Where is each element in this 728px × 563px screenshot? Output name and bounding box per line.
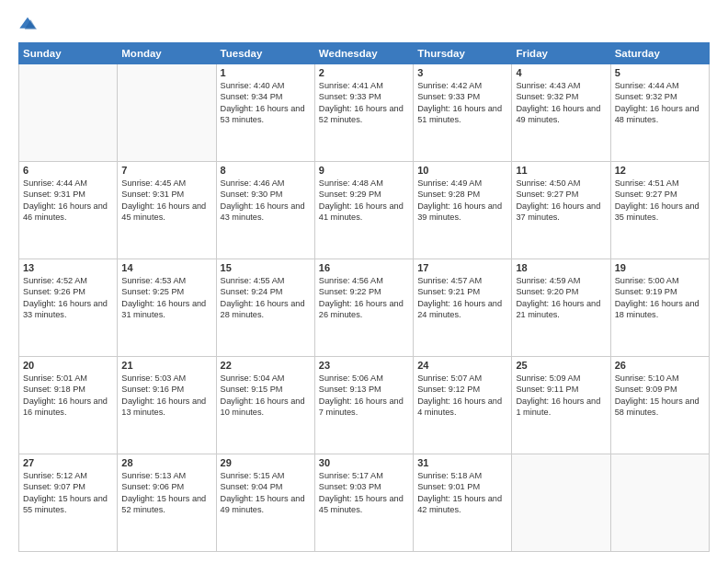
day-number: 24 — [417, 360, 507, 371]
cell-info: Sunrise: 5:00 AM Sunset: 9:19 PM Dayligh… — [615, 275, 705, 321]
day-number: 20 — [23, 360, 113, 371]
calendar-day-header: Thursday — [414, 43, 512, 64]
cell-info: Sunrise: 4:50 AM Sunset: 9:27 PM Dayligh… — [516, 178, 606, 224]
cell-info: Sunrise: 4:56 AM Sunset: 9:22 PM Dayligh… — [319, 275, 409, 321]
calendar-cell — [19, 64, 118, 162]
cell-info: Sunrise: 5:10 AM Sunset: 9:09 PM Dayligh… — [615, 373, 705, 419]
day-number: 19 — [615, 262, 705, 273]
calendar-cell: 8Sunrise: 4:46 AM Sunset: 9:30 PM Daylig… — [216, 162, 314, 259]
calendar-cell: 13Sunrise: 4:52 AM Sunset: 9:26 PM Dayli… — [19, 259, 118, 357]
calendar-day-header: Tuesday — [216, 43, 314, 64]
day-number: 1 — [221, 67, 311, 78]
cell-info: Sunrise: 4:59 AM Sunset: 9:20 PM Dayligh… — [516, 275, 606, 321]
day-number: 5 — [615, 67, 705, 78]
cell-info: Sunrise: 4:52 AM Sunset: 9:26 PM Dayligh… — [23, 275, 113, 321]
cell-info: Sunrise: 4:55 AM Sunset: 9:24 PM Dayligh… — [221, 275, 311, 321]
calendar-day-header: Friday — [512, 43, 610, 64]
calendar-week-row: 6Sunrise: 4:44 AM Sunset: 9:31 PM Daylig… — [19, 162, 710, 259]
calendar-cell: 11Sunrise: 4:50 AM Sunset: 9:27 PM Dayli… — [512, 162, 610, 259]
day-number: 27 — [23, 457, 113, 468]
calendar-day-header: Saturday — [610, 43, 709, 64]
cell-info: Sunrise: 5:12 AM Sunset: 9:07 PM Dayligh… — [23, 470, 113, 516]
calendar-table: SundayMondayTuesdayWednesdayThursdayFrid… — [18, 42, 710, 552]
cell-info: Sunrise: 4:44 AM Sunset: 9:31 PM Dayligh… — [23, 178, 113, 224]
calendar-cell: 20Sunrise: 5:01 AM Sunset: 9:18 PM Dayli… — [19, 357, 118, 454]
cell-info: Sunrise: 4:40 AM Sunset: 9:34 PM Dayligh… — [221, 80, 311, 126]
page: SundayMondayTuesdayWednesdayThursdayFrid… — [0, 0, 728, 563]
calendar-cell: 25Sunrise: 5:09 AM Sunset: 9:11 PM Dayli… — [512, 357, 610, 454]
calendar-cell: 31Sunrise: 5:18 AM Sunset: 9:01 PM Dayli… — [414, 454, 512, 552]
calendar-cell: 26Sunrise: 5:10 AM Sunset: 9:09 PM Dayli… — [610, 357, 709, 454]
calendar-cell: 18Sunrise: 4:59 AM Sunset: 9:20 PM Dayli… — [512, 259, 610, 357]
calendar-cell: 23Sunrise: 5:06 AM Sunset: 9:13 PM Dayli… — [314, 357, 413, 454]
day-number: 23 — [319, 360, 409, 371]
calendar-header-row: SundayMondayTuesdayWednesdayThursdayFrid… — [19, 43, 710, 64]
day-number: 15 — [221, 262, 311, 273]
calendar-cell — [610, 454, 709, 552]
cell-info: Sunrise: 4:43 AM Sunset: 9:32 PM Dayligh… — [516, 80, 606, 126]
day-number: 31 — [417, 457, 507, 468]
calendar-cell: 10Sunrise: 4:49 AM Sunset: 9:28 PM Dayli… — [414, 162, 512, 259]
cell-info: Sunrise: 4:48 AM Sunset: 9:29 PM Dayligh… — [319, 178, 409, 224]
calendar-cell: 17Sunrise: 4:57 AM Sunset: 9:21 PM Dayli… — [414, 259, 512, 357]
day-number: 9 — [319, 165, 409, 176]
calendar-cell: 22Sunrise: 5:04 AM Sunset: 9:15 PM Dayli… — [216, 357, 314, 454]
cell-info: Sunrise: 4:53 AM Sunset: 9:25 PM Dayligh… — [121, 275, 211, 321]
cell-info: Sunrise: 4:42 AM Sunset: 9:33 PM Dayligh… — [417, 80, 507, 126]
day-number: 10 — [417, 165, 507, 176]
calendar-week-row: 1Sunrise: 4:40 AM Sunset: 9:34 PM Daylig… — [19, 64, 710, 162]
day-number: 21 — [121, 360, 211, 371]
calendar-week-row: 13Sunrise: 4:52 AM Sunset: 9:26 PM Dayli… — [19, 259, 710, 357]
cell-info: Sunrise: 5:15 AM Sunset: 9:04 PM Dayligh… — [221, 470, 311, 516]
cell-info: Sunrise: 5:03 AM Sunset: 9:16 PM Dayligh… — [121, 373, 211, 419]
calendar-cell: 30Sunrise: 5:17 AM Sunset: 9:03 PM Dayli… — [314, 454, 413, 552]
cell-info: Sunrise: 5:04 AM Sunset: 9:15 PM Dayligh… — [221, 373, 311, 419]
cell-info: Sunrise: 4:45 AM Sunset: 9:31 PM Dayligh… — [121, 178, 211, 224]
calendar-week-row: 27Sunrise: 5:12 AM Sunset: 9:07 PM Dayli… — [19, 454, 710, 552]
cell-info: Sunrise: 4:44 AM Sunset: 9:32 PM Dayligh… — [615, 80, 705, 126]
calendar-cell: 28Sunrise: 5:13 AM Sunset: 9:06 PM Dayli… — [118, 454, 216, 552]
day-number: 28 — [121, 457, 211, 468]
calendar-cell: 9Sunrise: 4:48 AM Sunset: 9:29 PM Daylig… — [314, 162, 413, 259]
calendar-day-header: Wednesday — [314, 43, 413, 64]
day-number: 30 — [319, 457, 409, 468]
calendar-cell: 4Sunrise: 4:43 AM Sunset: 9:32 PM Daylig… — [512, 64, 610, 162]
calendar-week-row: 20Sunrise: 5:01 AM Sunset: 9:18 PM Dayli… — [19, 357, 710, 454]
calendar-cell: 1Sunrise: 4:40 AM Sunset: 9:34 PM Daylig… — [216, 64, 314, 162]
calendar-day-header: Sunday — [19, 43, 118, 64]
cell-info: Sunrise: 5:01 AM Sunset: 9:18 PM Dayligh… — [23, 373, 113, 419]
calendar-cell: 14Sunrise: 4:53 AM Sunset: 9:25 PM Dayli… — [118, 259, 216, 357]
day-number: 14 — [121, 262, 211, 273]
logo — [18, 15, 40, 33]
day-number: 29 — [221, 457, 311, 468]
calendar-cell: 3Sunrise: 4:42 AM Sunset: 9:33 PM Daylig… — [414, 64, 512, 162]
calendar-cell: 5Sunrise: 4:44 AM Sunset: 9:32 PM Daylig… — [610, 64, 709, 162]
day-number: 17 — [417, 262, 507, 273]
calendar-cell: 16Sunrise: 4:56 AM Sunset: 9:22 PM Dayli… — [314, 259, 413, 357]
logo-icon — [18, 15, 37, 33]
cell-info: Sunrise: 4:57 AM Sunset: 9:21 PM Dayligh… — [417, 275, 507, 321]
cell-info: Sunrise: 4:49 AM Sunset: 9:28 PM Dayligh… — [417, 178, 507, 224]
calendar-cell — [512, 454, 610, 552]
cell-info: Sunrise: 4:51 AM Sunset: 9:27 PM Dayligh… — [615, 178, 705, 224]
cell-info: Sunrise: 5:17 AM Sunset: 9:03 PM Dayligh… — [319, 470, 409, 516]
day-number: 12 — [615, 165, 705, 176]
day-number: 3 — [417, 67, 507, 78]
day-number: 18 — [516, 262, 606, 273]
cell-info: Sunrise: 4:41 AM Sunset: 9:33 PM Dayligh… — [319, 80, 409, 126]
cell-info: Sunrise: 4:46 AM Sunset: 9:30 PM Dayligh… — [221, 178, 311, 224]
calendar-day-header: Monday — [118, 43, 216, 64]
calendar-cell: 29Sunrise: 5:15 AM Sunset: 9:04 PM Dayli… — [216, 454, 314, 552]
calendar-cell: 19Sunrise: 5:00 AM Sunset: 9:19 PM Dayli… — [610, 259, 709, 357]
cell-info: Sunrise: 5:07 AM Sunset: 9:12 PM Dayligh… — [417, 373, 507, 419]
day-number: 25 — [516, 360, 606, 371]
day-number: 2 — [319, 67, 409, 78]
day-number: 6 — [23, 165, 113, 176]
day-number: 26 — [615, 360, 705, 371]
calendar-cell: 7Sunrise: 4:45 AM Sunset: 9:31 PM Daylig… — [118, 162, 216, 259]
day-number: 11 — [516, 165, 606, 176]
day-number: 22 — [221, 360, 311, 371]
day-number: 8 — [221, 165, 311, 176]
cell-info: Sunrise: 5:18 AM Sunset: 9:01 PM Dayligh… — [417, 470, 507, 516]
header — [18, 15, 710, 33]
